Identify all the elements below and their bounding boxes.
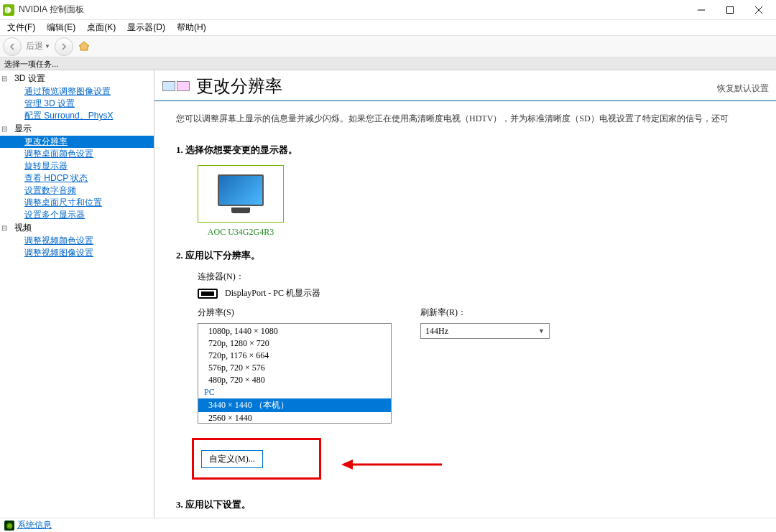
back-button[interactable]: 后退: [3, 37, 43, 56]
toolbar: 后退 ▼: [0, 36, 776, 57]
sidebar-item-desktop-size[interactable]: 调整桌面尺寸和位置: [0, 197, 154, 209]
home-button[interactable]: [75, 37, 93, 56]
refresh-rate-value: 144Hz: [425, 326, 448, 337]
resolution-item[interactable]: 576p, 720 × 576: [198, 362, 391, 374]
sidebar-item-change-resolution[interactable]: 更改分辨率: [0, 136, 154, 148]
sidebar-item-multi-display[interactable]: 设置多个显示器: [0, 209, 154, 221]
svg-marker-2: [341, 459, 353, 470]
page-title: 更改分辨率: [196, 75, 717, 98]
sidebar-item-hdcp-status[interactable]: 查看 HDCP 状态: [0, 172, 154, 185]
close-button[interactable]: [744, 1, 773, 19]
system-info-link[interactable]: 系统信息: [17, 519, 52, 531]
expand-toggle-icon[interactable]: ⊟: [1, 125, 9, 133]
back-label: 后退: [26, 40, 43, 52]
expand-toggle-icon[interactable]: ⊟: [1, 224, 9, 232]
menu-edit[interactable]: 编辑(E): [41, 20, 81, 35]
resolution-item[interactable]: 480p, 720 × 480: [198, 374, 391, 386]
chevron-down-icon: ▼: [538, 327, 545, 335]
back-dropdown-icon[interactable]: ▼: [45, 43, 50, 50]
resolution-item[interactable]: 720p, 1280 × 720: [198, 337, 391, 350]
resolution-label: 分辨率(S): [198, 307, 392, 319]
monitor-selector[interactable]: [198, 165, 284, 223]
tree-group-3d[interactable]: ⊟ 3D 设置: [0, 72, 154, 85]
menu-desktop[interactable]: 桌面(K): [81, 20, 121, 35]
info-icon: ◉: [4, 521, 14, 531]
displayport-icon: [198, 289, 218, 299]
sidebar-item-preview-image[interactable]: 通过预览调整图像设置: [0, 85, 154, 98]
tree-group-video[interactable]: ⊟ 视频: [0, 221, 154, 235]
resolution-item[interactable]: 2560 × 1440: [198, 412, 391, 424]
step3-title: 3. 应用以下设置。: [176, 498, 762, 511]
resolution-item[interactable]: 720p, 1176 × 664: [198, 350, 391, 362]
sidebar-item-rotate-display[interactable]: 旋转显示器: [0, 160, 154, 172]
customize-button[interactable]: 自定义(M)...: [201, 450, 263, 468]
annotation-arrow-icon: [341, 455, 442, 474]
annotation-highlight-box: 自定义(M)...: [192, 438, 321, 480]
sidebar-item-manage-3d[interactable]: 管理 3D 设置: [0, 98, 154, 110]
menu-help[interactable]: 帮助(H): [171, 20, 212, 35]
step2-title: 2. 应用以下分辨率。: [176, 249, 762, 262]
svg-rect-0: [727, 6, 734, 13]
menu-file[interactable]: 文件(F): [1, 20, 41, 35]
connector-value: DisplayPort - PC 机显示器: [225, 287, 320, 299]
tree-group-label: 显示: [14, 123, 32, 135]
tree-group-label: 3D 设置: [14, 73, 45, 85]
content-area: 更改分辨率 恢复默认设置 您可以调整屏幕上显示的信息量并减少闪烁。如果您正在使用…: [154, 70, 776, 518]
nvidia-logo-icon: [3, 4, 14, 16]
task-header: 选择一项任务...: [0, 57, 776, 70]
page-header: 更改分辨率 恢复默认设置: [154, 70, 776, 101]
tree-group-label: 视频: [14, 222, 32, 234]
resolution-item-selected[interactable]: 3440 × 1440 （本机）: [198, 398, 391, 412]
statusbar: ◉ 系统信息: [0, 518, 776, 532]
sidebar-item-video-image[interactable]: 调整视频图像设置: [0, 247, 154, 259]
resolution-category: PC: [198, 386, 391, 398]
resolution-listbox[interactable]: 1080p, 1440 × 1080 720p, 1280 × 720 720p…: [198, 323, 392, 424]
sidebar-item-surround-physx[interactable]: 配置 Surround、PhysX: [0, 110, 154, 122]
restore-defaults-link[interactable]: 恢复默认设置: [717, 83, 769, 98]
minimize-button[interactable]: [687, 1, 716, 19]
window-title: NVIDIA 控制面板: [19, 4, 687, 16]
menubar: 文件(F) 编辑(E) 桌面(K) 显示器(D) 帮助(H): [0, 20, 776, 36]
step1-title: 1. 选择你想要变更的显示器。: [176, 144, 762, 157]
connector-label: 连接器(N)：: [198, 271, 762, 283]
forward-button[interactable]: [55, 37, 73, 56]
page-description: 您可以调整屏幕上显示的信息量并减少闪烁。如果您正在使用高清晰度电视（HDTV），…: [154, 101, 776, 132]
page-header-icon: [162, 75, 190, 98]
sidebar: ⊟ 3D 设置 通过预览调整图像设置 管理 3D 设置 配置 Surround、…: [0, 70, 154, 518]
menu-display[interactable]: 显示器(D): [121, 20, 171, 35]
monitor-name-label: AOC U34G2G4R3: [198, 227, 284, 238]
refresh-rate-label: 刷新率(R)：: [420, 307, 550, 319]
tree-group-display[interactable]: ⊟ 显示: [0, 122, 154, 136]
titlebar: NVIDIA 控制面板: [0, 0, 776, 20]
expand-toggle-icon[interactable]: ⊟: [1, 75, 9, 83]
resolution-item[interactable]: 1080p, 1440 × 1080: [198, 325, 391, 337]
sidebar-item-desktop-color[interactable]: 调整桌面颜色设置: [0, 148, 154, 160]
monitor-icon: [218, 174, 264, 206]
sidebar-item-digital-audio[interactable]: 设置数字音频: [0, 185, 154, 197]
maximize-button[interactable]: [716, 1, 744, 19]
sidebar-item-video-color[interactable]: 调整视频颜色设置: [0, 235, 154, 247]
refresh-rate-select[interactable]: 144Hz ▼: [420, 323, 550, 339]
